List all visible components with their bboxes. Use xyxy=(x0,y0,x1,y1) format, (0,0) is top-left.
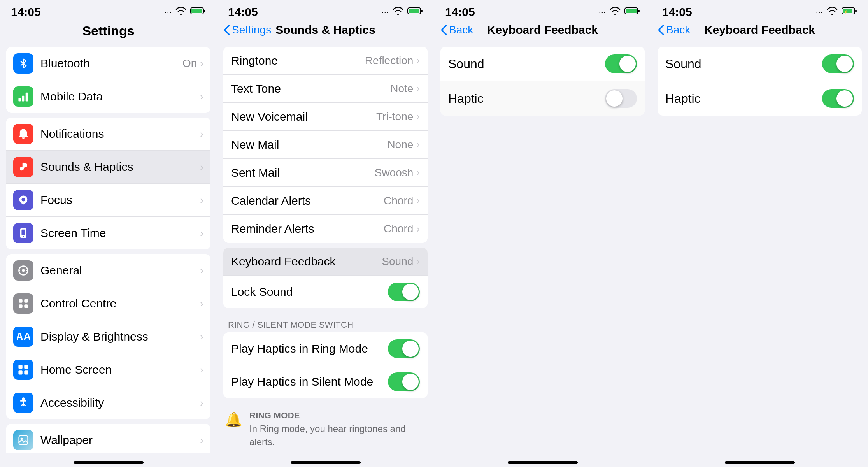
focus-right: › xyxy=(200,194,203,206)
home-indicator-4 xyxy=(651,453,868,467)
ring-mode-text: RING MODE In Ring mode, you hear rington… xyxy=(249,411,426,448)
new-voicemail-chevron: › xyxy=(416,111,420,123)
settings-item-display[interactable]: AA Display & Brightness › xyxy=(6,320,210,353)
status-icons-4: ··· ⚡ xyxy=(816,7,857,18)
settings-item-mobile-data[interactable]: Mobile Data › xyxy=(6,80,210,113)
svg-rect-35 xyxy=(626,9,637,13)
wifi-icon-1 xyxy=(175,7,186,18)
sounds-scroll[interactable]: Ringtone Reflection › Text Tone Note › N… xyxy=(217,40,434,453)
settings-item-sounds[interactable]: Sounds & Haptics › xyxy=(6,151,210,184)
sh-item-reminder-alerts[interactable]: Reminder Alerts Chord › xyxy=(223,215,428,243)
settings-item-notifications[interactable]: Notifications › xyxy=(6,118,210,151)
wallpaper-label-text: Wallpaper xyxy=(40,434,200,447)
kf2-haptic-item[interactable]: Haptic xyxy=(658,81,862,116)
svg-rect-12 xyxy=(21,230,25,235)
haptics-silent-toggle[interactable] xyxy=(388,372,420,391)
kf2-back-button[interactable]: Back xyxy=(658,24,690,36)
kf2-list: Sound Haptic xyxy=(658,47,862,116)
kf1-sound-toggle[interactable] xyxy=(605,54,637,73)
sh-item-sent-mail[interactable]: Sent Mail Swoosh › xyxy=(223,159,428,187)
status-bar-3: 14:05 ··· xyxy=(434,0,651,22)
panel-settings: 14:05 ··· Settings xyxy=(0,0,217,467)
nav-bar-kf1: Back Keyboard Feedback xyxy=(434,22,651,40)
settings-item-accessibility[interactable]: Accessibility › xyxy=(6,386,210,419)
wallpaper-right: › xyxy=(200,434,203,446)
tones-list: Ringtone Reflection › Text Tone Note › N… xyxy=(223,47,428,243)
kf2-haptic-toggle[interactable] xyxy=(822,89,854,108)
battery-icon-3 xyxy=(624,7,640,18)
settings-item-wallpaper[interactable]: Wallpaper › xyxy=(6,424,210,453)
control-centre-right: › xyxy=(200,298,203,310)
bluetooth-label-text: Bluetooth xyxy=(40,57,182,70)
status-icons-1: ··· xyxy=(165,7,206,18)
settings-item-screen-time[interactable]: Screen Time › xyxy=(6,217,210,249)
svg-rect-39 xyxy=(855,10,857,12)
wallpaper-chevron: › xyxy=(200,434,203,446)
svg-rect-26 xyxy=(24,365,28,369)
kf1-back-button[interactable]: Back xyxy=(440,24,473,36)
sh-item-text-tone[interactable]: Text Tone Note › xyxy=(223,75,428,103)
nav-bar-sounds: Settings Sounds & Haptics xyxy=(217,22,434,40)
home-bar-3 xyxy=(508,461,578,464)
panel-keyboard-feedback-1: 14:05 ··· xyxy=(434,0,651,467)
sh-item-new-voicemail[interactable]: New Voicemail Tri-tone › xyxy=(223,103,428,131)
svg-rect-21 xyxy=(24,299,28,303)
signal-icon-4: ··· xyxy=(816,7,823,17)
sh-item-lock-sound[interactable]: Lock Sound xyxy=(223,276,428,308)
svg-point-29 xyxy=(22,397,25,400)
focus-chevron: › xyxy=(200,194,203,206)
bluetooth-chevron: › xyxy=(200,58,203,70)
svg-rect-10 xyxy=(23,163,24,170)
sh-item-haptics-silent[interactable]: Play Haptics in Silent Mode xyxy=(223,365,428,398)
home-screen-label-text: Home Screen xyxy=(40,363,200,376)
sh-item-ringtone[interactable]: Ringtone Reflection › xyxy=(223,47,428,75)
screen-time-right: › xyxy=(200,227,203,239)
lock-sound-toggle[interactable] xyxy=(388,283,420,301)
home-bar-4 xyxy=(725,461,795,464)
control-centre-label-text: Control Centre xyxy=(40,297,200,310)
settings-scroll[interactable]: Bluetooth On › Mobile Data xyxy=(0,42,217,453)
sh-item-new-mail[interactable]: New Mail None › xyxy=(223,131,428,159)
ringtone-chevron: › xyxy=(416,54,420,67)
settings-group-connectivity: Bluetooth On › Mobile Data xyxy=(6,47,210,113)
sh-item-haptics-ring[interactable]: Play Haptics in Ring Mode xyxy=(223,332,428,365)
status-icons-3: ··· xyxy=(599,7,640,18)
battery-icon-1 xyxy=(190,7,206,18)
keyboard-lock-list: Keyboard Feedback Sound › Lock Sound xyxy=(223,248,428,308)
display-chevron: › xyxy=(200,331,203,343)
settings-item-bluetooth[interactable]: Bluetooth On › xyxy=(6,47,210,80)
kf1-haptic-item[interactable]: Haptic xyxy=(440,81,645,116)
kf2-sound-toggle[interactable] xyxy=(822,54,854,73)
svg-point-15 xyxy=(22,269,25,272)
sounds-back-label: Settings xyxy=(232,24,271,36)
haptics-list: Play Haptics in Ring Mode Play Haptics i… xyxy=(223,332,428,398)
kf1-sound-item[interactable]: Sound xyxy=(440,47,645,81)
svg-rect-2 xyxy=(204,10,205,12)
screen-time-label-text: Screen Time xyxy=(40,226,200,240)
settings-group-personalization: Wallpaper › xyxy=(6,424,210,453)
settings-item-focus[interactable]: Focus › xyxy=(6,184,210,217)
settings-group-general: General › Control Centre xyxy=(6,254,210,419)
haptics-ring-toggle[interactable] xyxy=(388,339,420,358)
svg-point-13 xyxy=(23,236,24,237)
home-screen-right: › xyxy=(200,364,203,376)
sh-item-calendar-alerts[interactable]: Calendar Alerts Chord › xyxy=(223,187,428,215)
settings-item-control-centre[interactable]: Control Centre › xyxy=(6,287,210,320)
kf1-haptic-toggle[interactable] xyxy=(605,89,637,108)
mobile-data-right: › xyxy=(200,91,203,103)
mobile-data-label-text: Mobile Data xyxy=(40,90,200,103)
nav-bar-kf2: Back Keyboard Feedback xyxy=(651,22,868,40)
kf2-sound-item[interactable]: Sound xyxy=(658,47,862,81)
settings-title: Settings xyxy=(82,23,134,39)
battery-icon-4: ⚡ xyxy=(842,7,857,18)
ring-silent-section-label: RING / SILENT MODE SWITCH xyxy=(217,316,434,332)
status-time-2: 14:05 xyxy=(228,5,258,19)
general-right: › xyxy=(200,265,203,277)
sounds-label-text: Sounds & Haptics xyxy=(40,160,200,174)
bluetooth-icon xyxy=(13,53,33,74)
sh-item-keyboard-feedback[interactable]: Keyboard Feedback Sound › xyxy=(223,248,428,276)
settings-item-home-screen[interactable]: Home Screen › xyxy=(6,353,210,386)
sounds-back-button[interactable]: Settings xyxy=(223,24,271,36)
settings-item-general[interactable]: General › xyxy=(6,254,210,287)
text-tone-chevron: › xyxy=(416,83,420,95)
